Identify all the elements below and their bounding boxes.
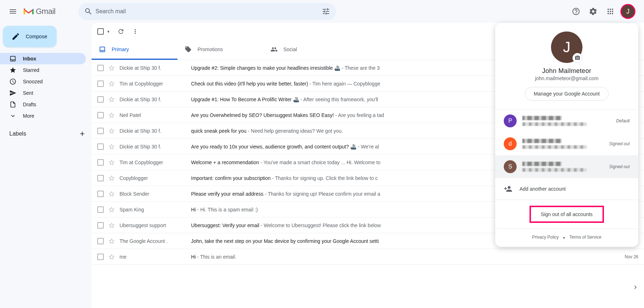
sender: Ubersuggest support xyxy=(119,223,191,228)
row-checkbox[interactable] xyxy=(97,80,104,87)
star-button[interactable] xyxy=(108,222,115,229)
add-label-button[interactable] xyxy=(79,130,86,137)
star-button[interactable] xyxy=(108,206,115,213)
search-input[interactable] xyxy=(96,8,319,15)
support-button[interactable] xyxy=(569,4,583,19)
sender: Neil Patel xyxy=(119,112,191,118)
sidebar-item-more[interactable]: More xyxy=(0,110,86,122)
sender: Spam King xyxy=(119,207,191,212)
star-button[interactable] xyxy=(108,190,115,197)
settings-button[interactable] xyxy=(586,4,600,19)
row-checkbox[interactable] xyxy=(97,128,104,134)
row-checkbox[interactable] xyxy=(97,96,104,103)
account-item[interactable]: P Default xyxy=(495,109,638,132)
row-checkbox[interactable] xyxy=(97,206,104,213)
row-checkbox[interactable] xyxy=(97,254,104,260)
star-button[interactable] xyxy=(108,112,115,119)
tag-icon xyxy=(185,46,192,53)
sender: The Google Account . xyxy=(119,238,191,244)
account-item[interactable]: S Signed out xyxy=(495,155,638,178)
sidebar-item-drafts[interactable]: Drafts xyxy=(0,99,86,110)
gmail-logo[interactable]: Gmail xyxy=(23,7,55,16)
sender: me xyxy=(119,254,191,260)
star-button[interactable] xyxy=(108,80,115,87)
row-checkbox[interactable] xyxy=(97,238,104,244)
person-add-icon xyxy=(504,185,512,193)
manage-account-button[interactable]: Manage your Google Account xyxy=(525,87,609,101)
star-button[interactable] xyxy=(108,175,115,182)
main-menu-button[interactable] xyxy=(4,3,21,20)
row-checkbox[interactable] xyxy=(97,175,104,181)
sender: Dickie at Ship 30 f. xyxy=(119,65,191,71)
sidebar-item-snoozed[interactable]: Snoozed xyxy=(0,76,86,87)
refresh-button[interactable] xyxy=(117,28,125,35)
change-photo-button[interactable] xyxy=(572,53,582,63)
terms-link[interactable]: Terms of Service xyxy=(569,235,601,241)
select-dropdown[interactable]: ▼ xyxy=(107,30,110,34)
star-button[interactable] xyxy=(108,127,115,135)
popup-email: john.mailmeteor@gmail.com xyxy=(535,75,599,81)
search-options-button[interactable] xyxy=(319,4,333,19)
inbox-icon xyxy=(99,46,106,53)
account-info xyxy=(522,139,609,149)
add-account-label: Add another account xyxy=(519,186,566,192)
logo-text: Gmail xyxy=(36,7,55,16)
camera-icon xyxy=(575,55,580,61)
tab-primary[interactable]: Primary xyxy=(92,40,177,60)
sender: Tim at Copyblogger xyxy=(119,160,191,165)
row-checkbox[interactable] xyxy=(97,65,104,71)
star-button[interactable] xyxy=(108,159,115,166)
star-button[interactable] xyxy=(108,143,115,150)
sender: Tim at Copyblogger xyxy=(119,81,191,87)
sidebar: Compose InboxStarredSnoozedSentDraftsMor… xyxy=(0,23,92,308)
row-checkbox[interactable] xyxy=(97,143,104,150)
email-row[interactable]: me Hi - This is an email. Nov 26 xyxy=(92,249,644,265)
star-button[interactable] xyxy=(108,64,115,72)
more-button[interactable] xyxy=(132,28,139,35)
tab-social[interactable]: Social xyxy=(263,40,349,60)
account-email-redacted xyxy=(522,122,587,126)
add-account-button[interactable]: Add another account xyxy=(495,178,638,200)
apps-button[interactable] xyxy=(603,4,618,19)
gear-icon xyxy=(589,7,597,16)
account-avatar: P xyxy=(504,114,517,127)
star-button[interactable] xyxy=(108,238,115,245)
account-status: Signed out xyxy=(609,164,630,169)
popup-footer: Privacy Policy • Terms of Service xyxy=(495,229,638,247)
row-checkbox[interactable] xyxy=(97,191,104,197)
sidebar-item-starred[interactable]: Starred xyxy=(0,64,86,76)
people-icon xyxy=(270,46,278,53)
compose-label: Compose xyxy=(26,34,47,39)
tab-promotions[interactable]: Promotions xyxy=(177,40,263,60)
header-actions: J xyxy=(569,4,641,19)
gmail-icon xyxy=(23,7,34,16)
star-button[interactable] xyxy=(108,253,115,260)
account-avatar: S xyxy=(504,160,517,173)
compose-button[interactable]: Compose xyxy=(3,26,57,47)
tab-label: Primary xyxy=(112,47,129,52)
popup-header: J John Mailmeteor john.mailmeteor@gmail.… xyxy=(495,23,638,109)
next-page-button[interactable] xyxy=(631,283,640,292)
privacy-link[interactable]: Privacy Policy xyxy=(532,235,559,241)
sidebar-item-inbox[interactable]: Inbox xyxy=(0,53,86,64)
star-button[interactable] xyxy=(108,96,115,103)
sidebar-item-sent[interactable]: Sent xyxy=(0,87,86,99)
inbox-icon xyxy=(9,55,16,62)
row-checkbox[interactable] xyxy=(97,159,104,166)
tune-icon xyxy=(322,7,330,16)
row-checkbox[interactable] xyxy=(97,112,104,118)
footer-separator: • xyxy=(563,235,565,241)
account-avatar: d xyxy=(504,137,517,150)
select-all-checkbox[interactable] xyxy=(97,28,104,35)
search-button[interactable] xyxy=(81,4,96,19)
nav-label: Inbox xyxy=(23,56,36,62)
sender: Dickie at Ship 30 f. xyxy=(119,97,191,102)
popup-avatar[interactable]: J xyxy=(551,31,582,63)
account-info xyxy=(522,116,616,126)
row-checkbox[interactable] xyxy=(97,222,104,229)
send-icon xyxy=(9,89,16,97)
account-avatar-button[interactable]: J xyxy=(620,4,635,19)
account-status: Signed out xyxy=(609,141,630,146)
account-item[interactable]: d Signed out xyxy=(495,132,638,155)
signout-button[interactable]: Sign out of all accounts xyxy=(530,206,604,223)
